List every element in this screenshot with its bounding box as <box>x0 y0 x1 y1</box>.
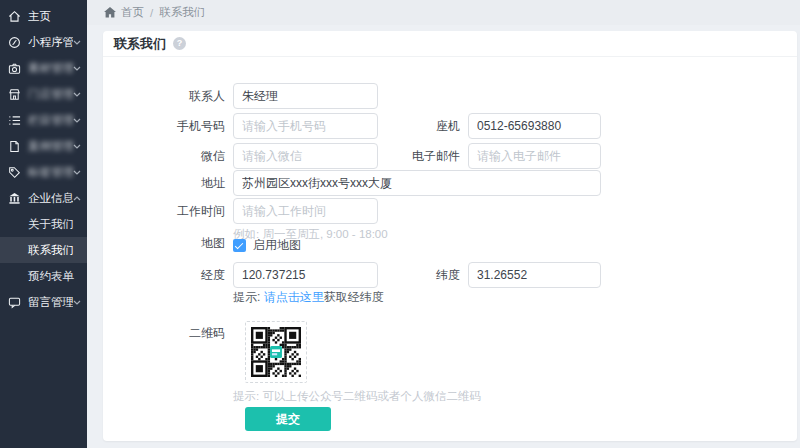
mobile-label: 手机号码 <box>103 113 225 139</box>
landline-input[interactable] <box>468 113 601 139</box>
chevron-down-icon <box>73 66 81 71</box>
enable-map-checkbox-label[interactable]: 启用地图 <box>253 237 301 254</box>
breadcrumb-current: 联系我们 <box>159 5 205 20</box>
sidebar-item-label: 留言管理 <box>28 295 73 310</box>
longitude-label: 经度 <box>103 262 225 288</box>
building-icon <box>8 192 21 205</box>
sidebar-item-label: 标签管理 <box>28 165 73 180</box>
sidebar-item-label: 企业信息 <box>28 191 73 206</box>
sidebar-item-redacted-1[interactable]: 素材管理 <box>0 55 87 81</box>
sidebar-item-label: 素材管理 <box>28 61 73 76</box>
sidebar-item-label: 门店管理 <box>28 87 73 102</box>
breadcrumb-separator: / <box>150 7 153 19</box>
address-label: 地址 <box>103 170 225 196</box>
landline-label: 座机 <box>333 113 460 139</box>
chevron-down-icon <box>73 170 81 175</box>
miniprogram-icon <box>8 36 21 49</box>
enable-map-row: 启用地图 <box>233 237 301 254</box>
chat-icon <box>8 296 21 309</box>
chevron-down-icon <box>73 300 81 305</box>
shop-icon <box>8 88 21 101</box>
home-icon <box>104 7 116 18</box>
sidebar-item-label: 小程序管理 <box>28 35 73 50</box>
sidebar-subitem-about-us[interactable]: 关于我们 <box>0 211 87 237</box>
sidebar-item-miniprogram[interactable]: 小程序管理 <box>0 29 87 55</box>
sidebar-item-redacted-3[interactable]: 栏目管理 <box>0 107 87 133</box>
contact-form: 联系人 手机号码 座机 微信 电子邮件 地址 工作时间 例如: 周一至周五, 9… <box>103 57 797 441</box>
contact-input[interactable] <box>233 83 378 109</box>
sidebar-item-messages[interactable]: 留言管理 <box>0 289 87 315</box>
map-label: 地图 <box>103 235 225 251</box>
address-input[interactable] <box>233 170 601 196</box>
email-input[interactable] <box>468 143 601 169</box>
sidebar-item-label: 栏目管理 <box>28 113 73 128</box>
help-icon[interactable]: ? <box>173 37 186 50</box>
content: 联系我们 ? 联系人 手机号码 座机 微信 电子邮件 地址 <box>87 25 800 448</box>
coords-hint-suffix: 获取经纬度 <box>324 290 384 304</box>
breadcrumb-home-link[interactable]: 首页 <box>121 5 144 20</box>
enable-map-checkbox[interactable] <box>233 239 246 252</box>
chevron-down-icon <box>73 40 81 45</box>
sidebar: 主页 小程序管理 素材管理 门店管理 栏目管理 案例管理 <box>0 0 87 448</box>
chevron-up-icon <box>73 196 81 201</box>
sidebar-item-redacted-5[interactable]: 标签管理 <box>0 159 87 185</box>
sidebar-item-company-info[interactable]: 企业信息 <box>0 185 87 211</box>
contact-card: 联系我们 ? 联系人 手机号码 座机 微信 电子邮件 地址 <box>103 31 797 441</box>
card-header: 联系我们 ? <box>103 31 797 57</box>
tag-icon <box>8 166 21 179</box>
coords-hint-prefix: 提示: <box>233 290 264 304</box>
home-icon <box>8 10 21 23</box>
email-label: 电子邮件 <box>333 143 460 169</box>
qrcode-image <box>251 327 301 377</box>
chevron-down-icon <box>73 92 81 97</box>
contact-label: 联系人 <box>103 83 225 109</box>
sidebar-item-redacted-2[interactable]: 门店管理 <box>0 81 87 107</box>
chevron-down-icon <box>73 118 81 123</box>
qrcode-hint: 提示: 可以上传公众号二维码或者个人微信二维码 <box>233 389 481 404</box>
page-title: 联系我们 <box>114 35 166 53</box>
coords-hint: 提示: 请点击这里获取经纬度 <box>233 289 384 306</box>
main-area: 首页 / 联系我们 联系我们 ? 联系人 手机号码 座机 微信 电子邮件 <box>87 0 800 448</box>
camera-icon <box>8 62 21 75</box>
list-icon <box>8 114 21 127</box>
sidebar-subitem-contact-us[interactable]: 联系我们 <box>0 237 87 263</box>
submit-button[interactable]: 提交 <box>245 407 331 431</box>
document-icon <box>8 140 21 153</box>
sidebar-item-home[interactable]: 主页 <box>0 3 87 29</box>
sidebar-item-redacted-4[interactable]: 案例管理 <box>0 133 87 159</box>
get-coords-link[interactable]: 请点击这里 <box>264 290 324 304</box>
worktime-input[interactable] <box>233 198 378 224</box>
worktime-label: 工作时间 <box>103 198 225 224</box>
wechat-label: 微信 <box>103 143 225 169</box>
sidebar-item-label: 案例管理 <box>28 139 73 154</box>
sidebar-subitem-booking-form[interactable]: 预约表单 <box>0 263 87 289</box>
breadcrumb: 首页 / 联系我们 <box>87 0 800 25</box>
sidebar-item-label: 主页 <box>28 9 81 24</box>
qrcode-label: 二维码 <box>103 325 225 341</box>
qrcode-upload[interactable] <box>245 321 307 383</box>
latitude-label: 纬度 <box>333 262 460 288</box>
latitude-input[interactable] <box>468 262 601 288</box>
chevron-down-icon <box>73 144 81 149</box>
